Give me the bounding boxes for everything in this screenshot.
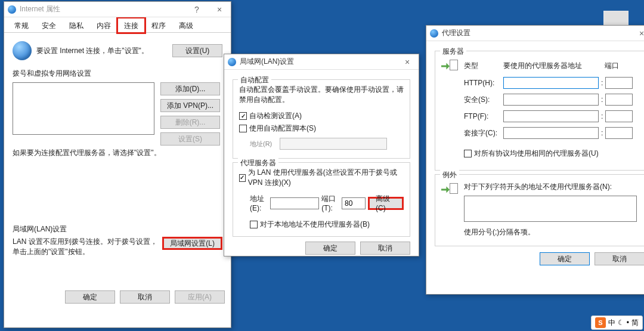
auto-detect-checkbox[interactable]: 自动检测设置(A) — [239, 111, 302, 121]
use-proxy-checkbox[interactable]: 为 LAN 使用代理服务器(这些设置不用于拨号或 VPN 连接)(X) — [239, 168, 404, 188]
proxy-settings-titlebar: 代理设置 × — [426, 26, 644, 41]
close-button[interactable]: × — [208, 2, 231, 17]
ime-mode[interactable]: 简 — [631, 318, 639, 328]
internet-properties-window: Internet 属性 ? × 常规 安全 隐私 内容 连接 程序 高级 要设置… — [4, 1, 231, 328]
exceptions-group: 例外 对于下列字符开头的地址不使用代理服务器(N): 使用分号(;)分隔各项。 — [435, 174, 644, 246]
globe-icon — [228, 58, 236, 66]
proxy-server-legend: 代理服务器 — [238, 158, 278, 168]
proxy-server-group: 代理服务器 为 LAN 使用代理服务器(这些设置不用于拨号或 VPN 连接)(X… — [233, 162, 410, 237]
proxy-address-label: 地址(E): — [250, 194, 268, 212]
tab-privacy[interactable]: 隐私 — [63, 18, 90, 33]
ftp-label: FTP(F): — [464, 112, 503, 120]
internet-properties-tabs: 常规 安全 隐私 内容 连接 程序 高级 — [4, 17, 231, 33]
remove-button: 删除(R)... — [160, 116, 220, 129]
connection-wizard-icon — [13, 41, 32, 60]
ime-toolbar[interactable]: S 中 ☾ • 简 — [591, 315, 643, 330]
tab-connections[interactable]: 连接 — [117, 18, 145, 33]
ok-button[interactable]: 确定 — [540, 252, 590, 265]
script-address-input — [280, 138, 387, 150]
checkbox-icon — [239, 174, 246, 182]
auto-config-legend: 自动配置 — [238, 75, 271, 85]
tab-content[interactable]: 内容 — [90, 18, 117, 33]
globe-icon — [430, 29, 438, 38]
window-title: 局域网(LAN)设置 — [240, 57, 294, 67]
col-address: 要使用的代理服务器地址 — [503, 61, 605, 71]
dial-vpn-list[interactable] — [13, 82, 154, 135]
window-title: Internet 属性 — [20, 4, 60, 14]
servers-legend: 服务器 — [440, 47, 466, 57]
checkbox-icon — [239, 125, 247, 132]
checkbox-icon — [464, 150, 472, 157]
ok-button[interactable]: 确定 — [305, 242, 355, 255]
ftp-port-input[interactable] — [605, 110, 633, 122]
close-button[interactable]: × — [630, 26, 644, 41]
window-title: 代理设置 — [442, 28, 470, 38]
socks-port-input[interactable] — [605, 127, 633, 139]
bypass-local-checkbox[interactable]: 对于本地地址不使用代理服务器(B) — [250, 219, 370, 230]
col-port: 端口 — [605, 61, 619, 71]
help-button[interactable]: ? — [185, 2, 208, 17]
secure-label: 安全(S): — [464, 95, 503, 105]
cancel-button[interactable]: 取消 — [120, 290, 170, 304]
setup-button[interactable]: 设置(U) — [172, 44, 222, 57]
tab-programs[interactable]: 程序 — [145, 18, 172, 33]
checkbox-icon — [239, 112, 247, 120]
socks-label: 套接字(C): — [464, 128, 503, 138]
lan-heading: 局域网(LAN)设置 — [13, 224, 222, 234]
exceptions-hint: 使用分号(;)分隔各项。 — [464, 227, 638, 237]
tab-security[interactable]: 安全 — [35, 18, 63, 33]
http-label: HTTP(H): — [464, 79, 503, 87]
exceptions-legend: 例外 — [440, 170, 459, 180]
tab-general[interactable]: 常规 — [8, 18, 35, 33]
proxy-port-label: 端口(T): — [321, 194, 339, 212]
server-icon — [441, 58, 458, 75]
ime-lang[interactable]: 中 — [608, 318, 615, 328]
proxy-port-input[interactable] — [342, 197, 366, 209]
proxy-note-text: 如果要为连接配置代理服务器，请选择"设置"。 — [13, 148, 222, 158]
same-proxy-checkbox[interactable]: 对所有协议均使用相同的代理服务器(U) — [464, 149, 599, 159]
socks-address-input[interactable] — [503, 127, 599, 139]
add-button[interactable]: 添加(D)... — [160, 82, 220, 95]
ime-moon-icon[interactable]: ☾ — [618, 318, 624, 327]
apply-button: 应用(A) — [175, 290, 225, 304]
add-vpn-button[interactable]: 添加 VPN(P)... — [160, 99, 220, 112]
script-address-label: 地址(R) — [250, 140, 280, 149]
advanced-button[interactable]: 高级(C) — [368, 197, 404, 210]
lan-settings-button[interactable]: 局域网设置(L) — [162, 237, 222, 250]
dial-vpn-heading: 拨号和虚拟专用网络设置 — [13, 69, 222, 79]
lan-note-text: LAN 设置不应用到拨号连接。对于拨号设置，单击上面的"设置"按钮。 — [13, 237, 162, 257]
servers-group: 服务器 类型 要使用的代理服务器地址 端口 HTTP(H): : — [435, 51, 644, 171]
lan-settings-titlebar: 局域网(LAN)设置 × — [224, 54, 419, 70]
ime-brand-icon: S — [595, 317, 606, 328]
http-address-input[interactable] — [503, 77, 599, 89]
proxy-address-input[interactable] — [270, 197, 319, 209]
exceptions-input[interactable] — [464, 196, 637, 222]
ftp-address-input[interactable] — [503, 110, 599, 122]
connection-setup-text: 要设置 Internet 连接，单击"设置"。 — [36, 46, 168, 56]
col-type: 类型 — [464, 61, 503, 71]
lan-settings-window: 局域网(LAN)设置 × 自动配置 自动配置会覆盖手动设置。要确保使用手动设置，… — [224, 54, 419, 256]
cancel-button[interactable]: 取消 — [360, 242, 410, 255]
auto-config-text: 自动配置会覆盖手动设置。要确保使用手动设置，请禁用自动配置。 — [239, 85, 404, 105]
auto-script-checkbox[interactable]: 使用自动配置脚本(S) — [239, 123, 316, 134]
tab-advanced[interactable]: 高级 — [172, 18, 200, 33]
cancel-button[interactable]: 取消 — [595, 252, 644, 265]
ok-button[interactable]: 确定 — [65, 290, 115, 304]
globe-icon — [8, 5, 16, 14]
dial-settings-button: 设置(S) — [160, 132, 220, 146]
exceptions-text: 对于下列字符开头的地址不使用代理服务器(N): — [464, 182, 638, 192]
exceptions-icon — [441, 182, 458, 199]
ime-sep: • — [627, 318, 629, 327]
internet-properties-titlebar: Internet 属性 ? × — [4, 2, 231, 17]
proxy-settings-window: 代理设置 × 服务器 类型 要使用的代理服务器地址 端口 HTTP(H): : — [426, 25, 644, 295]
http-port-input[interactable] — [605, 77, 633, 89]
secure-port-input[interactable] — [605, 94, 633, 106]
close-button[interactable]: × — [396, 54, 419, 70]
auto-config-group: 自动配置 自动配置会覆盖手动设置。要确保使用手动设置，请禁用自动配置。 自动检测… — [233, 79, 410, 159]
checkbox-icon — [250, 221, 258, 228]
secure-address-input[interactable] — [503, 94, 599, 106]
